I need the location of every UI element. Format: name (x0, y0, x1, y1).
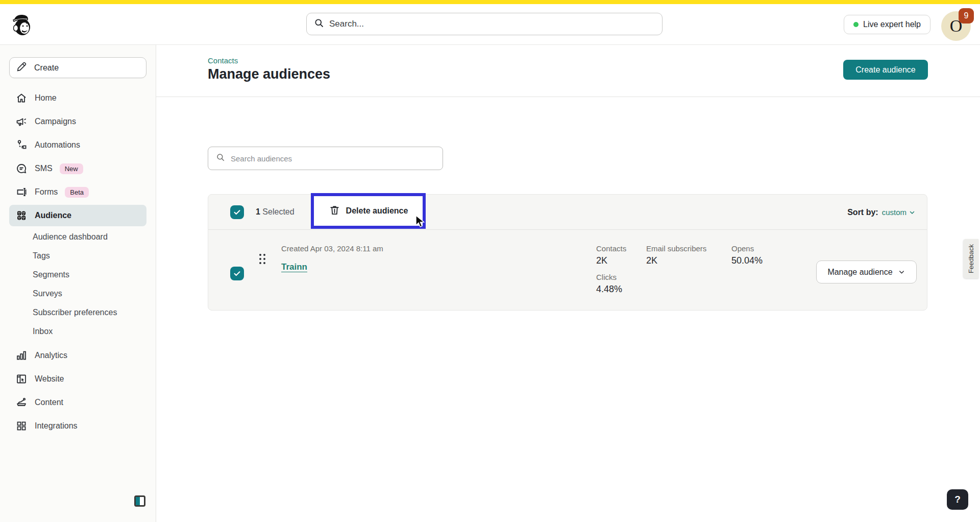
sidebar-item-website[interactable]: Website (9, 367, 146, 391)
notification-badge: 9 (959, 8, 974, 23)
selection-toolbar: 1 Selected Delete audience Sort by: cust… (208, 195, 927, 230)
form-field-icon (15, 186, 28, 198)
feedback-label: Feedback (967, 244, 975, 273)
manage-audience-button[interactable]: Manage audience (816, 260, 917, 283)
browser-window-icon (15, 373, 28, 385)
sidebar-item-label: Audience (35, 211, 71, 220)
delete-audience-button[interactable]: Delete audience (311, 193, 426, 229)
chevron-down-icon (909, 209, 916, 216)
sidebar-item-label: Analytics (35, 351, 67, 360)
sidebar-item-label: Website (35, 374, 64, 384)
audiences-card: 1 Selected Delete audience Sort by: cust… (208, 194, 927, 311)
sidebar-item-segments[interactable]: Segments (9, 265, 146, 284)
sidebar-item-integrations[interactable]: Integrations (9, 414, 146, 438)
topbar: Live expert help O 9 (0, 4, 980, 45)
sidebar-item-label: Campaigns (35, 117, 76, 126)
audience-contacts-icon (15, 209, 28, 222)
delete-audience-label: Delete audience (346, 206, 408, 216)
sort-by-dropdown[interactable]: custom (882, 208, 916, 217)
automation-path-icon (15, 139, 28, 151)
chevron-down-icon (898, 268, 905, 276)
audience-search-input[interactable] (231, 154, 435, 163)
global-search[interactable] (306, 13, 663, 35)
sidebar-item-subscriber-preferences[interactable]: Subscriber preferences (9, 303, 146, 322)
mouse-cursor (414, 215, 427, 230)
select-all-checkbox[interactable] (230, 205, 244, 219)
audience-row: Created Apr 03, 2024 8:11 am Trainn Cont… (208, 230, 927, 311)
sort-by-control: Sort by: custom (847, 195, 916, 230)
sidebar-item-label: Forms (35, 187, 58, 197)
new-badge: New (60, 163, 83, 174)
bar-chart-icon (15, 349, 28, 362)
stat-email-subscribers: Email subscribers 2K (646, 244, 731, 295)
drag-handle[interactable] (259, 254, 265, 264)
sidebar-item-label: Integrations (35, 421, 78, 431)
sidebar-collapse-toggle-icon[interactable] (134, 495, 145, 507)
sidebar-item-forms[interactable]: Forms Beta (9, 180, 146, 204)
grid-icon (15, 420, 28, 432)
sidebar-item-analytics[interactable]: Analytics (9, 344, 146, 367)
search-icon (216, 153, 225, 164)
create-button[interactable]: Create (9, 57, 146, 78)
brand-yellow-strip (0, 0, 980, 4)
audience-stats: Contacts 2K Clicks 4.48% Email subscribe… (596, 244, 763, 295)
online-status-dot (853, 22, 859, 27)
sidebar-item-label: Home (35, 93, 57, 103)
sidebar-item-audience[interactable]: Audience (9, 205, 146, 226)
create-audience-button[interactable]: Create audience (843, 60, 928, 80)
check-icon (233, 208, 241, 217)
sidebar-item-label: SMS (35, 164, 53, 173)
sidebar-item-label: Content (35, 398, 63, 407)
sidebar-item-automations[interactable]: Automations (9, 133, 146, 157)
live-expert-help-label: Live expert help (863, 20, 921, 29)
help-button[interactable]: ? (947, 489, 968, 510)
page-header: Contacts Manage audiences Create audienc… (156, 45, 980, 97)
stat-contacts-clicks: Contacts 2K Clicks 4.48% (596, 244, 646, 295)
sidebar-item-inbox[interactable]: Inbox (9, 322, 146, 341)
sidebar-item-tags[interactable]: Tags (9, 246, 146, 265)
sidebar-item-sms[interactable]: SMS New (9, 157, 146, 180)
account-menu[interactable]: O 9 (941, 11, 971, 41)
sidebar-item-surveys[interactable]: Surveys (9, 284, 146, 303)
home-icon (15, 92, 28, 104)
main-content: Contacts Manage audiences Create audienc… (156, 45, 980, 522)
live-expert-help-button[interactable]: Live expert help (844, 15, 930, 34)
stat-opens: Opens 50.04% (731, 244, 763, 295)
sidebar: Create Home Campaigns (0, 45, 156, 522)
sidebar-item-campaigns[interactable]: Campaigns (9, 110, 146, 133)
sort-by-label: Sort by: (847, 208, 878, 217)
megaphone-icon (15, 115, 28, 128)
trash-icon (329, 204, 340, 218)
audience-search[interactable] (208, 147, 443, 170)
sidebar-item-content[interactable]: Content (9, 391, 146, 414)
audience-name-link[interactable]: Trainn (281, 262, 307, 272)
sidebar-item-audience-dashboard[interactable]: Audience dashboard (9, 227, 146, 246)
breadcrumb-contacts[interactable]: Contacts (208, 56, 238, 65)
search-icon (314, 18, 324, 30)
content-studio-icon (15, 396, 28, 409)
audience-created-date: Created Apr 03, 2024 8:11 am (281, 244, 383, 253)
global-search-input[interactable] (329, 19, 655, 29)
sidebar-item-label: Automations (35, 140, 80, 150)
sidebar-item-home[interactable]: Home (9, 86, 146, 110)
mailchimp-freddie-logo-icon[interactable] (9, 12, 34, 37)
selected-count: 1 Selected (256, 207, 295, 217)
row-checkbox[interactable] (230, 267, 244, 280)
beta-badge: Beta (65, 187, 89, 198)
chat-bubble-icon (15, 162, 28, 175)
page-title: Manage audiences (208, 66, 330, 82)
create-button-label: Create (34, 63, 59, 73)
check-icon (233, 269, 241, 278)
pencil-icon (16, 61, 27, 75)
feedback-tab[interactable]: Feedback (963, 239, 978, 278)
